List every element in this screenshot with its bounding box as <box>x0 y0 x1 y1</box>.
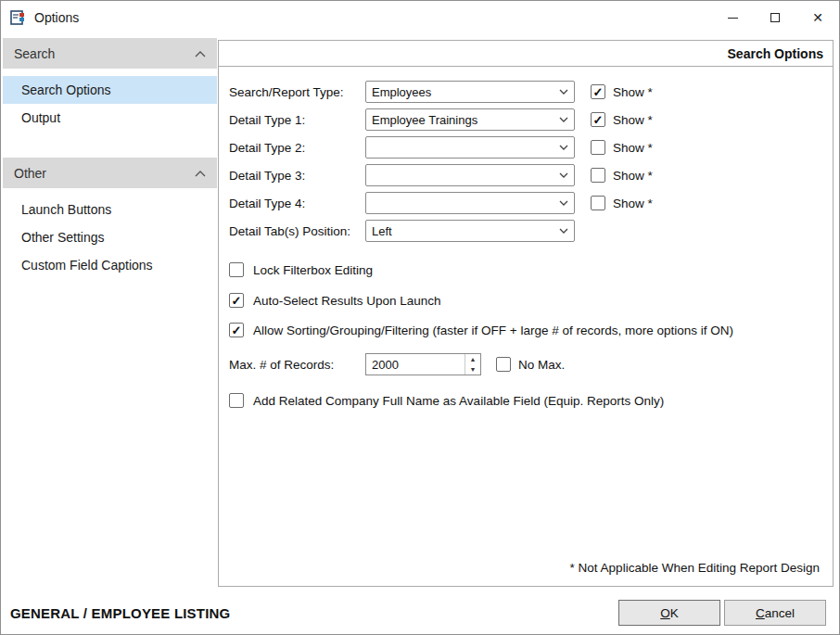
minimize-button[interactable] <box>711 1 754 34</box>
allow-sorting-row: Allow Sorting/Grouping/Filtering (faster… <box>229 323 833 337</box>
show-checkbox-5[interactable] <box>591 196 605 210</box>
field-label: Detail Type 2: <box>229 141 365 155</box>
spinner-up-icon[interactable]: ▲ <box>465 354 480 364</box>
sidebar-item-other-settings[interactable]: Other Settings <box>3 223 217 251</box>
field-label: Detail Type 3: <box>229 169 365 183</box>
no-max-checkbox[interactable] <box>496 357 511 372</box>
chevron-up-icon <box>195 170 206 177</box>
chevron-down-icon <box>559 200 568 206</box>
detail-type-4-row: Detail Type 4: Show * <box>229 189 833 217</box>
field-label: Detail Type 4: <box>229 197 365 210</box>
detail-type-1-dropdown[interactable]: Employee Trainings <box>365 108 575 131</box>
footer-bar: GENERAL / EMPLOYEE LISTING OK Cancel <box>1 591 839 634</box>
chevron-down-icon <box>559 145 568 150</box>
show-checkbox-4[interactable] <box>591 168 605 183</box>
sidebar-item-output[interactable]: Output <box>3 104 217 132</box>
close-icon: ✕ <box>812 11 823 24</box>
related-company-row: Add Related Company Full Name as Availab… <box>229 393 833 408</box>
sidebar-section-search[interactable]: Search <box>3 38 217 69</box>
detail-type-1-row: Detail Type 1: Employee Trainings Show * <box>229 106 833 133</box>
detail-type-3-row: Detail Type 3: Show * <box>229 161 833 189</box>
chevron-down-icon <box>559 89 568 95</box>
field-label: Search/Report Type: <box>229 85 365 99</box>
max-records-row: Max. # of Records: 2000 ▲ ▼ No Max. <box>229 350 833 378</box>
sidebar: Search Search Options Output Other Launc… <box>3 38 217 590</box>
sidebar-item-custom-field-captions[interactable]: Custom Field Captions <box>3 251 217 279</box>
field-label: Detail Tab(s) Position: <box>229 224 365 238</box>
status-text: GENERAL / EMPLOYEE LISTING <box>10 605 230 621</box>
detail-type-2-dropdown[interactable] <box>365 136 575 159</box>
footnote: * Not Applicable When Editing Report Des… <box>570 561 820 575</box>
chevron-down-icon <box>559 117 568 122</box>
max-records-spinner[interactable]: 2000 ▲ ▼ <box>365 353 481 375</box>
close-button[interactable]: ✕ <box>796 1 839 34</box>
sidebar-item-search-options[interactable]: Search Options <box>3 76 217 104</box>
spinner-down-icon[interactable]: ▼ <box>465 364 480 375</box>
detail-tab-position-dropdown[interactable]: Left <box>365 220 575 242</box>
show-checkbox-1[interactable] <box>591 84 605 99</box>
window-title: Options <box>34 10 79 25</box>
ok-button[interactable]: OK <box>618 600 720 626</box>
search-report-type-dropdown[interactable]: Employees <box>365 81 575 103</box>
titlebar: Options ✕ <box>1 1 839 34</box>
panel-title: Search Options <box>219 41 833 67</box>
chevron-down-icon <box>559 228 568 234</box>
maximize-icon <box>770 13 780 22</box>
cancel-button[interactable]: Cancel <box>724 600 826 626</box>
minimize-icon <box>728 18 738 19</box>
show-checkbox-3[interactable] <box>591 140 605 155</box>
allow-sorting-checkbox[interactable] <box>229 323 244 337</box>
detail-tab-position-row: Detail Tab(s) Position: Left <box>229 217 833 245</box>
detail-type-2-row: Detail Type 2: Show * <box>229 133 833 161</box>
detail-type-4-dropdown[interactable] <box>365 192 575 214</box>
lock-filterbox-row: Lock Filterbox Editing <box>229 262 833 277</box>
lock-filterbox-checkbox[interactable] <box>229 262 244 277</box>
detail-type-3-dropdown[interactable] <box>365 164 575 186</box>
chevron-down-icon <box>559 172 568 178</box>
search-report-type-row: Search/Report Type: Employees Show * <box>229 78 833 106</box>
maximize-button[interactable] <box>754 1 796 34</box>
app-icon <box>10 9 27 26</box>
field-label: Max. # of Records: <box>229 358 365 372</box>
options-dialog: Options ✕ Search Search Options Output O… <box>0 0 840 635</box>
auto-select-checkbox[interactable] <box>229 293 244 308</box>
search-options-panel: Search Options Search/Report Type: Emplo… <box>218 40 834 587</box>
chevron-up-icon <box>195 50 206 57</box>
sidebar-section-other[interactable]: Other <box>3 158 217 188</box>
show-checkbox-2[interactable] <box>591 112 605 127</box>
related-company-checkbox[interactable] <box>229 393 244 408</box>
field-label: Detail Type 1: <box>229 113 365 127</box>
sidebar-item-launch-buttons[interactable]: Launch Buttons <box>3 196 217 223</box>
auto-select-row: Auto-Select Results Upon Launch <box>229 293 833 308</box>
